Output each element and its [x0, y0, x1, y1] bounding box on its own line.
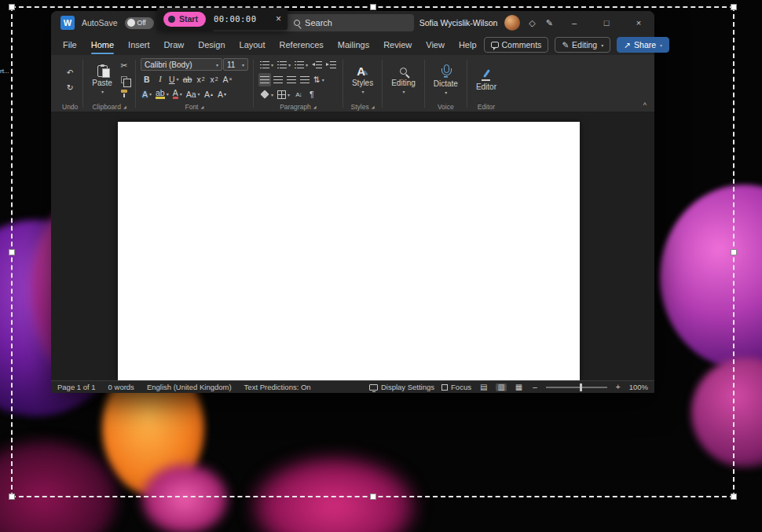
web-layout-button[interactable]: ▦ [514, 383, 524, 391]
search-icon [294, 20, 300, 26]
dictate-button[interactable]: Dictate ▾ [430, 58, 462, 101]
superscript-button[interactable]: x2 [208, 72, 221, 86]
undo-button[interactable]: ↶ [64, 65, 76, 79]
align-right-button[interactable] [285, 73, 298, 86]
menu-tab[interactable]: View [419, 35, 452, 55]
dialog-launcher-icon[interactable]: ◢ [123, 105, 126, 109]
pen-tool-button[interactable]: ✎ [544, 14, 555, 31]
marquee-handle-top-left[interactable] [9, 4, 15, 10]
autosave-toggle[interactable]: Off [125, 17, 154, 29]
menu-tab[interactable]: Home [84, 35, 121, 55]
align-center-button[interactable] [272, 73, 284, 86]
bold-button[interactable]: B [141, 72, 153, 86]
styles-button[interactable]: A✎ Styles ▾ [348, 58, 377, 101]
dialog-launcher-icon[interactable]: ◢ [372, 105, 375, 109]
marquee-handle-top-right[interactable] [731, 4, 737, 10]
menu-tab[interactable]: Draw [157, 35, 192, 55]
marquee-handle-middle-left[interactable] [9, 249, 15, 255]
menu-tab[interactable]: Insert [121, 35, 157, 55]
avatar[interactable] [504, 15, 520, 31]
align-left-button[interactable] [258, 73, 271, 86]
menu-tab[interactable]: Help [452, 35, 484, 55]
language-indicator[interactable]: English (United Kingdom) [147, 383, 232, 391]
subscript-button[interactable]: x2 [195, 72, 207, 86]
editing-mode-label: Editing [572, 40, 597, 50]
start-recording-button[interactable]: Start [163, 12, 206, 27]
zoom-slider[interactable] [546, 387, 607, 388]
justify-button[interactable] [299, 73, 311, 86]
editor-label: Editor [476, 83, 496, 91]
editing-button[interactable]: Editing ▾ [387, 58, 419, 101]
highlight-button[interactable]: ab▾ [154, 87, 170, 101]
maximize-button[interactable]: □ [594, 11, 619, 35]
zoom-out-button[interactable]: – [531, 383, 539, 391]
bullets-button[interactable]: ▾ [258, 58, 275, 72]
menu-tab[interactable]: Mailings [331, 35, 376, 55]
menu-tab[interactable]: Review [376, 35, 419, 55]
subscript-icon: x [196, 75, 200, 84]
font-name-select[interactable]: Calibri (Body) ▾ [141, 58, 222, 71]
styles-label: Styles [352, 79, 373, 87]
zoom-level[interactable]: 100% [629, 383, 648, 391]
sort-button[interactable]: A↓ [292, 88, 305, 101]
align-center-icon [273, 76, 283, 83]
page-indicator[interactable]: Page 1 of 1 [57, 383, 96, 391]
recording-close-button[interactable]: × [276, 13, 281, 24]
marquee-handle-bottom-right[interactable] [731, 493, 737, 500]
text-predictions[interactable]: Text Predictions: On [244, 383, 311, 391]
minimize-button[interactable]: – [562, 11, 587, 35]
comments-button[interactable]: Comments [484, 37, 549, 53]
close-button[interactable]: × [626, 11, 651, 35]
close-icon: × [636, 18, 641, 28]
menu-tab[interactable]: Design [191, 35, 232, 55]
shrink-font-button[interactable]: A▾ [216, 87, 229, 101]
read-mode-button[interactable]: ▤ [478, 383, 489, 391]
menu-tab[interactable]: File [56, 35, 84, 55]
dialog-launcher-icon[interactable]: ◢ [200, 105, 203, 109]
change-case-button[interactable]: Aa▾ [185, 87, 202, 101]
marquee-handle-bottom-left[interactable] [9, 493, 15, 500]
marquee-handle-bottom-center[interactable] [370, 493, 376, 500]
grow-font-button[interactable]: A▴ [203, 87, 215, 101]
marquee-handle-top-center[interactable] [370, 4, 376, 10]
font-size-select[interactable]: 11 ▾ [223, 58, 248, 71]
focus-button[interactable]: Focus [441, 383, 471, 391]
shading-button[interactable]: ▾ [258, 88, 275, 101]
copy-button[interactable] [118, 73, 130, 86]
styles-pen-icon: ✎ [363, 70, 368, 77]
editing-mode-button[interactable]: ✎ Editing ▾ [555, 37, 610, 53]
menu-tab[interactable]: Layout [233, 35, 273, 55]
editor-button[interactable]: Editor [472, 58, 500, 101]
italic-button[interactable]: I [154, 72, 167, 86]
underline-button[interactable]: U▾ [167, 72, 181, 86]
print-layout-button[interactable]: ▥ [496, 383, 506, 391]
word-count[interactable]: 0 words [108, 383, 134, 391]
font-color-button[interactable]: A▾ [171, 87, 184, 101]
collapse-ribbon-button[interactable]: ^ [643, 101, 647, 109]
redo-button[interactable]: ↻ [64, 80, 76, 94]
borders-button[interactable]: ▾ [276, 88, 291, 101]
word-logo-icon[interactable]: W [60, 16, 75, 30]
ribbon-group-font: Calibri (Body) ▾ 11 ▾ B I U▾ [137, 57, 251, 112]
marquee-handle-middle-right[interactable] [731, 249, 737, 255]
format-painter-button[interactable] [118, 87, 130, 101]
share-button[interactable]: ↗ Share ▾ [617, 37, 669, 53]
presence-button[interactable]: ◇ [527, 14, 537, 31]
clear-formatting-button[interactable]: A× [222, 72, 234, 86]
cut-button[interactable]: ✂ [118, 59, 130, 72]
increase-indent-button[interactable] [324, 58, 338, 72]
zoom-slider-thumb[interactable] [580, 383, 582, 391]
line-spacing-button[interactable]: ⇅▾ [312, 73, 326, 86]
strikethrough-button[interactable]: ab [181, 72, 194, 86]
decrease-indent-button[interactable] [310, 58, 324, 72]
paste-button[interactable]: Paste ▾ [88, 58, 116, 101]
menu-tab[interactable]: References [273, 35, 331, 55]
display-settings-button[interactable]: Display Settings [369, 383, 434, 391]
show-formatting-button[interactable]: ¶ [306, 88, 318, 101]
zoom-in-button[interactable]: + [614, 383, 622, 391]
document-page[interactable] [118, 122, 580, 380]
dialog-launcher-icon[interactable]: ◢ [313, 105, 317, 109]
text-effects-button[interactable]: A▾ [141, 87, 153, 101]
multilevel-list-button[interactable]: ▾ [293, 58, 310, 72]
numbering-button[interactable]: ▾ [276, 58, 292, 72]
